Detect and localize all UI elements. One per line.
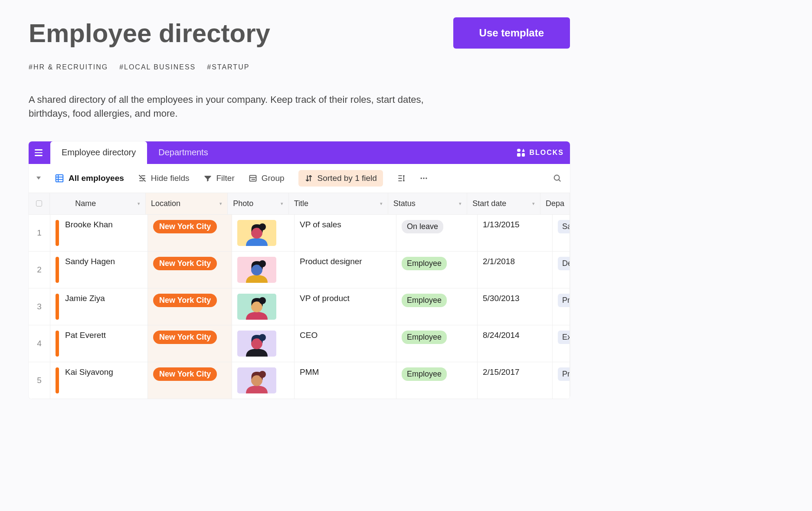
svg-point-12 <box>426 177 427 179</box>
cell-photo[interactable] <box>232 215 295 251</box>
view-name: All employees <box>69 174 124 183</box>
row-height-button[interactable] <box>397 174 406 183</box>
cell-status[interactable]: Employee <box>396 252 478 288</box>
col-header-start-date[interactable]: Start date▾ <box>467 193 540 214</box>
cell-location[interactable]: New York City <box>148 215 232 251</box>
chevron-down-icon: ▾ <box>532 201 535 206</box>
filter-button[interactable]: Filter <box>203 174 235 183</box>
group-label: Group <box>262 174 285 183</box>
current-view[interactable]: All employees <box>55 174 124 183</box>
col-header-department[interactable]: Depa <box>540 193 570 214</box>
table-row[interactable]: 3 Jamie Ziya New York City VP of product… <box>29 288 570 325</box>
cell-start-date[interactable]: 1/13/2015 <box>478 215 553 251</box>
department-pill: Prod <box>558 294 570 307</box>
cell-photo[interactable] <box>232 362 295 399</box>
filter-icon <box>203 174 212 183</box>
col-header-title[interactable]: Title▾ <box>289 193 388 214</box>
blocks-icon <box>517 149 525 157</box>
svg-point-11 <box>423 177 424 179</box>
cell-title[interactable]: VP of sales <box>295 215 396 251</box>
page-title: Employee directory <box>29 18 270 48</box>
use-template-button[interactable]: Use template <box>453 17 570 49</box>
row-height-icon <box>397 174 406 183</box>
cell-location[interactable]: New York City <box>148 325 232 362</box>
cell-department[interactable]: Sales <box>553 215 570 251</box>
sort-icon <box>304 174 313 183</box>
cell-title[interactable]: CEO <box>295 325 396 362</box>
table-row[interactable]: 2 Sandy Hagen New York City Product desi… <box>29 252 570 288</box>
cell-department[interactable]: Desig <box>553 252 570 288</box>
cell-status[interactable]: Employee <box>396 325 478 362</box>
cell-start-date[interactable]: 8/24/2014 <box>478 325 553 362</box>
cell-status[interactable]: On leave <box>396 215 478 251</box>
employee-name: Brooke Khan <box>65 220 113 229</box>
cell-photo[interactable] <box>232 252 295 288</box>
view-switcher[interactable] <box>36 177 41 180</box>
cell-department[interactable]: Prod <box>553 288 570 325</box>
table-row[interactable]: 5 Kai Siyavong New York City PMM Employe… <box>29 362 570 399</box>
cell-title[interactable]: PMM <box>295 362 396 399</box>
row-index: 1 <box>29 215 50 251</box>
group-button[interactable]: Group <box>249 174 285 183</box>
svg-point-29 <box>259 371 266 378</box>
department-pill: Exec <box>558 331 570 344</box>
svg-point-13 <box>554 175 560 180</box>
cell-department[interactable]: Exec <box>553 325 570 362</box>
tab-departments[interactable]: Departments <box>147 141 219 164</box>
sort-button[interactable]: Sorted by 1 field <box>298 170 383 187</box>
cell-name[interactable]: Sandy Hagen <box>50 252 148 288</box>
cell-name[interactable]: Jamie Ziya <box>50 288 148 325</box>
employee-name: Jamie Ziya <box>65 294 105 303</box>
cell-photo[interactable] <box>232 325 295 362</box>
cell-start-date[interactable]: 2/15/2017 <box>478 362 553 399</box>
cell-name[interactable]: Pat Everett <box>50 325 148 362</box>
cell-start-date[interactable]: 2/1/2018 <box>478 252 553 288</box>
row-index: 2 <box>29 252 50 288</box>
status-pill: Employee <box>402 331 447 344</box>
cell-start-date[interactable]: 5/30/2013 <box>478 288 553 325</box>
col-header-status[interactable]: Status▾ <box>388 193 467 214</box>
col-label: Name <box>75 199 96 208</box>
employee-photo <box>237 367 276 393</box>
cell-status[interactable]: Employee <box>396 288 478 325</box>
hashtag[interactable]: #LOCAL BUSINESS <box>119 63 196 71</box>
col-header-location[interactable]: Location▾ <box>146 193 228 214</box>
location-pill: New York City <box>153 220 217 233</box>
location-pill: New York City <box>153 331 217 344</box>
svg-point-17 <box>259 223 266 230</box>
cell-department[interactable]: Prod <box>553 362 570 399</box>
cell-location[interactable]: New York City <box>148 362 232 399</box>
cell-title[interactable]: Product designer <box>295 252 396 288</box>
col-label: Title <box>294 199 308 208</box>
cell-status[interactable]: Employee <box>396 362 478 399</box>
col-header-name[interactable]: Name▾ <box>50 193 146 214</box>
hashtag[interactable]: #HR & RECRUITING <box>29 63 108 71</box>
blocks-button[interactable]: BLOCKS <box>517 149 564 157</box>
hide-fields-label: Hide fields <box>151 174 190 183</box>
search-button[interactable] <box>553 174 562 183</box>
table-row[interactable]: 1 Brooke Khan New York City VP of sales … <box>29 215 570 252</box>
more-options-button[interactable] <box>419 174 428 183</box>
table-row[interactable]: 4 Pat Everett New York City CEO Employee… <box>29 325 570 362</box>
cell-location[interactable]: New York City <box>148 252 232 288</box>
cell-photo[interactable] <box>232 288 295 325</box>
chevron-down-icon: ▾ <box>459 201 462 206</box>
status-pill: Employee <box>402 294 447 307</box>
record-color-bar <box>56 367 59 393</box>
chevron-down-icon: ▾ <box>281 201 283 206</box>
cell-name[interactable]: Kai Siyavong <box>50 362 148 399</box>
select-all-header[interactable] <box>29 193 50 214</box>
status-pill: Employee <box>402 257 447 270</box>
table-tab-bar: Employee directory Departments BLOCKS <box>29 141 570 164</box>
hide-fields-button[interactable]: Hide fields <box>138 174 190 183</box>
menu-icon[interactable] <box>35 149 43 156</box>
chevron-down-icon: ▾ <box>219 201 222 206</box>
cell-title[interactable]: VP of product <box>295 288 396 325</box>
col-header-photo[interactable]: Photo▾ <box>228 193 289 214</box>
department-pill: Prod <box>558 367 570 381</box>
cell-name[interactable]: Brooke Khan <box>50 215 148 251</box>
employee-photo <box>237 220 276 246</box>
cell-location[interactable]: New York City <box>148 288 232 325</box>
tab-employee-directory[interactable]: Employee directory <box>50 141 147 164</box>
hashtag[interactable]: #STARTUP <box>207 63 249 71</box>
